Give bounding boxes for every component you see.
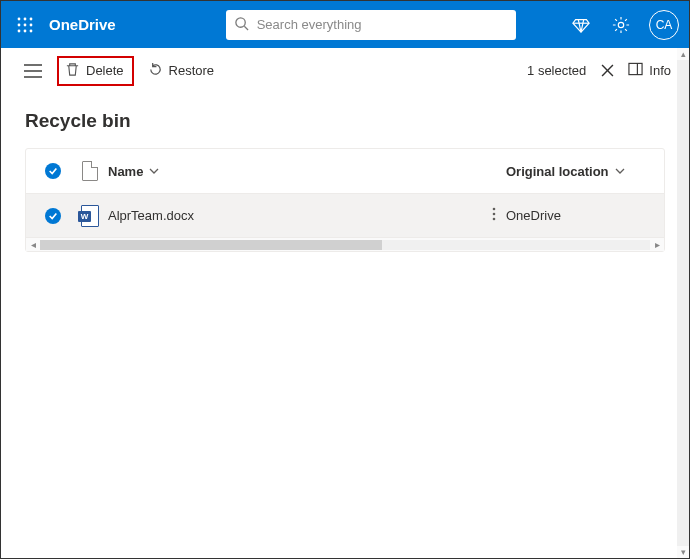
command-bar: Delete Restore 1 selected Info: [1, 48, 689, 94]
column-header-name[interactable]: Name: [108, 164, 506, 179]
svg-point-6: [18, 29, 21, 32]
selection-count: 1 selected: [527, 63, 586, 78]
row-more-actions-button[interactable]: [482, 207, 506, 224]
svg-point-8: [30, 29, 33, 32]
scroll-track[interactable]: [677, 60, 689, 546]
column-location-label: Original location: [506, 164, 609, 179]
chevron-down-icon: [149, 164, 159, 179]
svg-point-4: [24, 23, 27, 26]
svg-point-19: [493, 208, 496, 211]
info-pane-icon: [628, 62, 643, 79]
premium-diamond-icon[interactable]: [569, 13, 593, 37]
svg-rect-17: [629, 63, 642, 74]
scroll-thumb[interactable]: [40, 240, 382, 250]
svg-point-3: [18, 23, 21, 26]
svg-point-0: [18, 17, 21, 20]
row-select-toggle[interactable]: [34, 208, 72, 224]
word-file-icon: W: [72, 205, 108, 227]
page-content: Recycle bin Name Original location: [1, 94, 689, 558]
brand-label[interactable]: OneDrive: [49, 16, 116, 33]
file-list: Name Original location W: [25, 148, 665, 252]
restore-button[interactable]: Restore: [140, 57, 223, 85]
info-button[interactable]: Info: [628, 62, 671, 79]
app-header: OneDrive CA: [1, 1, 689, 48]
scroll-track[interactable]: [40, 240, 650, 250]
filetype-column-icon: [72, 161, 108, 181]
search-input[interactable]: [257, 17, 508, 32]
chevron-down-icon: [615, 164, 625, 179]
app-launcher-icon[interactable]: [11, 11, 39, 39]
search-icon: [234, 16, 249, 34]
file-name[interactable]: AlprTeam.docx: [108, 208, 194, 223]
scroll-up-arrow-icon[interactable]: ▴: [677, 48, 689, 60]
column-header-row: Name Original location: [26, 149, 664, 193]
checkmark-icon: [45, 163, 61, 179]
search-box[interactable]: [226, 10, 516, 40]
nav-toggle-icon[interactable]: [19, 57, 47, 85]
restore-icon: [148, 62, 163, 80]
original-location-value: OneDrive: [506, 208, 561, 223]
clear-selection-button[interactable]: [596, 60, 618, 82]
scroll-down-arrow-icon[interactable]: ▾: [677, 546, 689, 558]
page-title: Recycle bin: [25, 110, 665, 132]
info-label: Info: [649, 63, 671, 78]
trash-icon: [65, 62, 80, 80]
scroll-left-arrow-icon[interactable]: ◂: [26, 239, 40, 250]
svg-point-11: [618, 22, 623, 27]
svg-point-21: [493, 218, 496, 221]
column-name-label: Name: [108, 164, 143, 179]
delete-label: Delete: [86, 63, 124, 78]
select-all-toggle[interactable]: [34, 163, 72, 179]
horizontal-scrollbar[interactable]: ◂ ▸: [26, 237, 664, 251]
table-row[interactable]: W AlprTeam.docx OneDrive: [26, 193, 664, 237]
svg-point-1: [24, 17, 27, 20]
column-header-original-location[interactable]: Original location: [506, 164, 656, 179]
svg-point-2: [30, 17, 33, 20]
avatar-initials: CA: [656, 18, 673, 32]
vertical-scrollbar[interactable]: ▴ ▾: [677, 48, 689, 558]
svg-point-9: [236, 17, 245, 26]
restore-label: Restore: [169, 63, 215, 78]
scroll-right-arrow-icon[interactable]: ▸: [650, 239, 664, 250]
svg-point-5: [30, 23, 33, 26]
account-avatar[interactable]: CA: [649, 10, 679, 40]
settings-gear-icon[interactable]: [609, 13, 633, 37]
svg-point-7: [24, 29, 27, 32]
svg-line-10: [244, 26, 248, 30]
delete-button[interactable]: Delete: [57, 56, 134, 86]
svg-point-20: [493, 213, 496, 216]
checkmark-icon: [45, 208, 61, 224]
